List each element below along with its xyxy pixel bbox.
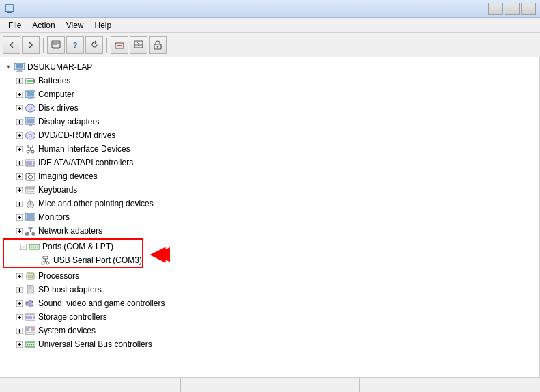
tree-item[interactable]: DVD/CD-ROM drives	[0, 128, 539, 142]
root-expand[interactable]: ▼	[3, 61, 14, 72]
svg-rect-13	[16, 64, 23, 68]
device-label: Network adapters	[38, 226, 102, 236]
device-icon	[25, 325, 35, 336]
svg-rect-15	[16, 71, 23, 72]
tree-item[interactable]: Sound, video and game controllers	[0, 296, 539, 310]
device-icon	[25, 298, 35, 309]
maximize-button[interactable]	[505, 3, 520, 15]
svg-rect-90	[29, 227, 32, 229]
tree-item[interactable]: Monitors	[0, 210, 539, 224]
menu-help[interactable]: Help	[89, 19, 117, 31]
svg-point-107	[46, 262, 49, 264]
svg-rect-38	[29, 124, 32, 126]
expand-icon[interactable]	[14, 102, 25, 113]
expand-icon[interactable]	[14, 89, 25, 100]
svg-rect-117	[29, 286, 30, 289]
device-icon	[25, 198, 35, 209]
menu-file[interactable]: File	[3, 19, 27, 31]
update-driver-button[interactable]	[149, 36, 167, 54]
expand-icon[interactable]	[14, 75, 25, 86]
help-button[interactable]: ?	[66, 36, 84, 54]
forward-button[interactable]	[22, 36, 40, 54]
svg-rect-27	[28, 98, 33, 99]
device-icon	[25, 157, 35, 168]
tree-item[interactable]: Processors	[0, 269, 539, 283]
svg-point-142	[29, 344, 30, 345]
svg-rect-3	[53, 48, 59, 49]
svg-rect-58	[33, 161, 35, 165]
svg-rect-0	[5, 5, 14, 12]
svg-point-32	[29, 107, 31, 109]
device-icon	[25, 102, 35, 113]
expand-icon[interactable]	[14, 311, 25, 322]
tree-item[interactable]: Ports (COM & LPT)	[4, 240, 142, 253]
refresh-button[interactable]	[85, 36, 103, 54]
tree-item[interactable]: Disk drives	[0, 101, 539, 115]
status-pane-3	[360, 378, 537, 392]
computer-icon	[14, 61, 25, 72]
svg-point-101	[35, 246, 36, 247]
expand-icon[interactable]	[14, 339, 25, 350]
expand-icon[interactable]	[14, 143, 25, 154]
expand-icon[interactable]	[14, 198, 25, 209]
device-label: Monitors	[38, 212, 70, 222]
expand-icon[interactable]	[14, 325, 25, 336]
expand-icon[interactable]	[14, 157, 25, 168]
tree-item[interactable]: Universal Serial Bus controllers	[0, 337, 539, 351]
close-button[interactable]	[521, 3, 536, 15]
tree-item[interactable]: Display adapters	[0, 115, 539, 128]
tree-item[interactable]: Human Interface Devices	[0, 142, 539, 156]
device-label: USB Serial Port (COM3)	[53, 255, 142, 265]
expand-icon[interactable]	[14, 171, 25, 182]
tree-item[interactable]: SD host adapters	[0, 283, 539, 296]
svg-rect-129	[33, 316, 35, 319]
device-icon	[25, 171, 35, 182]
device-label: Sound, video and game controllers	[38, 298, 165, 308]
device-tree[interactable]: ▼ DSUKUMAR-LAP BatteriesComputerDisk dri…	[0, 57, 540, 377]
tree-item[interactable]: Batteries	[0, 74, 539, 87]
device-icon	[25, 311, 35, 322]
scan-button[interactable]	[130, 36, 147, 54]
device-label: Keyboards	[38, 185, 77, 195]
device-icon	[25, 284, 35, 295]
expand-icon[interactable]	[14, 184, 25, 195]
expand-icon[interactable]	[14, 284, 25, 295]
svg-rect-8	[134, 41, 143, 48]
tree-root[interactable]: ▼ DSUKUMAR-LAP	[0, 60, 539, 74]
tree-item[interactable]: System devices	[0, 324, 539, 337]
expand-icon[interactable]	[14, 298, 25, 309]
svg-rect-134	[26, 328, 29, 331]
tree-item[interactable]: Storage controllers	[0, 310, 539, 324]
expand-icon[interactable]	[14, 116, 25, 127]
tree-item[interactable]: Mice and other pointing devices	[0, 197, 539, 210]
expand-icon[interactable]	[18, 241, 29, 252]
back-button[interactable]	[3, 36, 20, 54]
svg-rect-73	[26, 191, 27, 192]
svg-rect-70	[28, 188, 29, 190]
properties-button[interactable]	[47, 36, 65, 54]
svg-point-43	[29, 134, 31, 137]
menu-view[interactable]: View	[61, 19, 89, 31]
tree-item[interactable]: IDE ATA/ATAPI controllers	[0, 156, 539, 169]
svg-rect-69	[26, 188, 27, 190]
device-label: Ports (COM & LPT)	[42, 242, 113, 251]
tree-item[interactable]: Computer	[0, 87, 539, 101]
svg-rect-71	[30, 188, 31, 190]
uninstall-button[interactable]	[111, 36, 128, 54]
tree-item[interactable]: Imaging devices	[0, 169, 539, 183]
minimize-button[interactable]	[488, 3, 503, 15]
svg-marker-122	[26, 300, 31, 307]
tree-item[interactable]: Network adapters	[0, 224, 539, 238]
device-label: Human Interface Devices	[38, 144, 130, 154]
svg-point-106	[42, 262, 44, 264]
expand-icon[interactable]	[14, 212, 25, 223]
menu-action[interactable]: Action	[27, 19, 60, 31]
app-icon	[4, 3, 15, 14]
device-icon	[25, 339, 35, 350]
svg-rect-75	[30, 191, 33, 192]
expand-icon[interactable]	[14, 130, 25, 141]
expand-icon[interactable]	[14, 270, 25, 281]
tree-item[interactable]: USB Serial Port (COM3)	[4, 253, 142, 267]
tree-item[interactable]: Keyboards	[0, 183, 539, 197]
expand-icon[interactable]	[14, 225, 25, 236]
